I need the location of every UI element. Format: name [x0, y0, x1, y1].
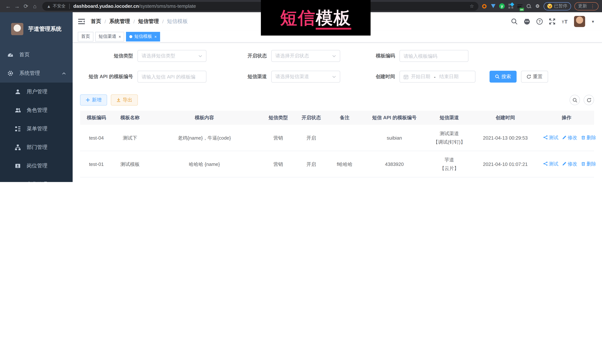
breadcrumb-separator: / [133, 19, 135, 24]
active-dot [129, 35, 132, 38]
close-icon[interactable]: × [118, 34, 121, 39]
fullscreen-icon[interactable] [549, 18, 556, 25]
table-row[interactable]: test_02公告通知您的验证码{code}，该验证码5分钟内有效，请勿泄漏于他… [80, 177, 594, 182]
cell-channel: 芋道【云片】 [427, 151, 472, 177]
browser-menu-icon[interactable]: ⋮ [590, 3, 595, 9]
tab-sms-template[interactable]: 短信模板× [126, 32, 160, 41]
sidebar-item-home[interactable]: 首页 [0, 46, 73, 64]
channel-line: 【云片】 [440, 166, 459, 171]
sidebar-item-label: 岗位管理 [27, 163, 47, 169]
address-bar[interactable]: ▲不安全 dashboard.yudao.iocoder.cn /system/… [42, 2, 478, 10]
update-chip[interactable]: 更新 ⋮ [574, 2, 599, 10]
home-icon[interactable]: ⌂ [30, 3, 39, 9]
add-button[interactable]: 新增 [80, 94, 107, 105]
menu-tree-icon [15, 126, 21, 132]
sms-type-select[interactable]: 请选择短信类型 [138, 50, 206, 62]
back-icon[interactable]: ← [4, 3, 13, 9]
cell-remark: f哈哈哈 [328, 151, 362, 177]
sidebar-item-dict[interactable]: 字典管理 [0, 175, 73, 182]
not-secure-warning[interactable]: ▲不安全 [47, 3, 65, 9]
navbar-actions: ? TT ▼ [511, 16, 595, 27]
cell-api-template_id: 4383920 [362, 151, 427, 177]
cell-remark [328, 125, 362, 151]
chevron-down-icon [332, 75, 336, 79]
end-date-placeholder: 结束日期 [439, 73, 459, 80]
user-avatar[interactable] [574, 16, 585, 27]
action-label: 修改 [568, 133, 577, 142]
tab-label: 短信渠道 [98, 33, 116, 40]
chevron-down-icon [198, 54, 202, 58]
breadcrumb-home[interactable]: 首页 [91, 18, 101, 25]
sidebar-item-role[interactable]: 角色管理 [0, 101, 73, 120]
row-action-edit[interactable]: 修改 [562, 160, 577, 168]
url-path: /system/sms/sms-template [139, 3, 196, 9]
column-header-api-template_id: 短信 API 的模板编号 [362, 111, 427, 125]
sidebar-item-post[interactable]: 岗位管理 [0, 157, 73, 175]
calendar-icon [404, 74, 408, 79]
search-button[interactable]: 搜索 [490, 71, 516, 83]
paused-chip[interactable]: 已暂停 [544, 2, 571, 10]
row-action-edit[interactable]: 修改 [562, 133, 577, 142]
collapse-sidebar-icon[interactable] [78, 19, 85, 24]
breadcrumb-system[interactable]: 系统管理 [109, 18, 130, 25]
app-logo[interactable]: 芋道管理系统 [0, 12, 73, 46]
sidebar-item-dept[interactable]: 部门管理 [0, 138, 73, 157]
extension-ring-icon[interactable] [481, 3, 487, 9]
action-label: 修改 [568, 160, 577, 168]
extension-list-icon[interactable]: on [517, 3, 523, 9]
dict-icon [15, 181, 21, 182]
sidebar: 芋道管理系统 首页系统管理用户管理角色管理菜单管理部门管理岗位管理字典管理通知公… [0, 12, 73, 182]
app-title: 芋道管理系统 [28, 25, 62, 32]
tab-label: 短信模板 [134, 33, 152, 40]
column-header-channel: 短信渠道 [427, 111, 472, 125]
channel-line: 测试渠道 [440, 131, 459, 136]
close-icon[interactable]: × [154, 34, 157, 39]
placeholder-text: 请选择短信渠道 [275, 73, 331, 80]
cell-type: 营销 [261, 151, 295, 177]
extensions-puzzle-icon[interactable]: ⚙ [535, 3, 540, 9]
sidebar-item-menu[interactable]: 菜单管理 [0, 120, 73, 138]
tab-sms-channel[interactable]: 短信渠道× [95, 32, 124, 41]
search-icon[interactable] [511, 18, 518, 25]
row-action-delete[interactable]: 删除 [581, 160, 596, 168]
extension-grid-icon[interactable] [508, 3, 514, 9]
status-select[interactable]: 请选择开启状态 [271, 50, 340, 62]
extension-magnifier-icon[interactable] [526, 3, 531, 9]
chevron-down-icon [332, 54, 336, 58]
reload-icon[interactable]: ⟳ [22, 3, 30, 10]
column-header-status: 开启状态 [295, 111, 328, 125]
chevron-up-icon [62, 71, 66, 75]
extension-gem-icon[interactable] [490, 3, 496, 9]
template-code-input[interactable] [404, 53, 464, 59]
export-button[interactable]: 导出 [111, 94, 138, 105]
sidebar-item-label: 用户管理 [27, 89, 47, 95]
url-host: dashboard.yudao.iocoder.cn [73, 3, 139, 9]
chevron-down-icon[interactable]: ▼ [591, 20, 595, 23]
refresh-icon[interactable] [584, 95, 594, 105]
reset-button[interactable]: 重置 [521, 71, 548, 83]
breadcrumb-sms[interactable]: 短信管理 [138, 18, 159, 25]
channel-select[interactable]: 请选择短信渠道 [271, 71, 340, 83]
show-search-icon[interactable] [570, 95, 580, 105]
help-icon[interactable]: ? [536, 18, 543, 25]
extension-y-icon[interactable]: y [499, 3, 505, 9]
row-action-test[interactable]: 测试 [543, 160, 558, 168]
sidebar-item-system[interactable]: 系统管理 [0, 64, 73, 83]
create-time-daterange[interactable]: 开始日期-结束日期 [399, 71, 475, 83]
dashboard-icon [7, 52, 13, 58]
github-icon[interactable] [524, 18, 530, 25]
cell-code: test_02 [80, 177, 113, 182]
annotation-overlay: 短信模板 [261, 0, 371, 36]
api-template-id-input[interactable] [141, 74, 202, 79]
font-size-icon[interactable]: TT [561, 18, 568, 25]
tab-home[interactable]: 首页 [78, 32, 93, 41]
forward-icon[interactable]: → [13, 3, 22, 9]
row-action-test[interactable]: 测试 [543, 133, 558, 142]
bookmark-star-icon[interactable]: ☆ [470, 3, 474, 9]
cell-status: 开启 [295, 151, 328, 177]
table-row[interactable]: test-01测试模板哈哈哈 {name}营销开启f哈哈哈4383920芋道【云… [80, 151, 594, 177]
table-row[interactable]: test-04测试下老鸡{name}，牛逼{code}营销开启suibian测试… [80, 125, 594, 151]
cell-status: 开启 [295, 177, 328, 182]
sidebar-item-user[interactable]: 用户管理 [0, 83, 73, 101]
row-action-delete[interactable]: 删除 [581, 133, 596, 142]
